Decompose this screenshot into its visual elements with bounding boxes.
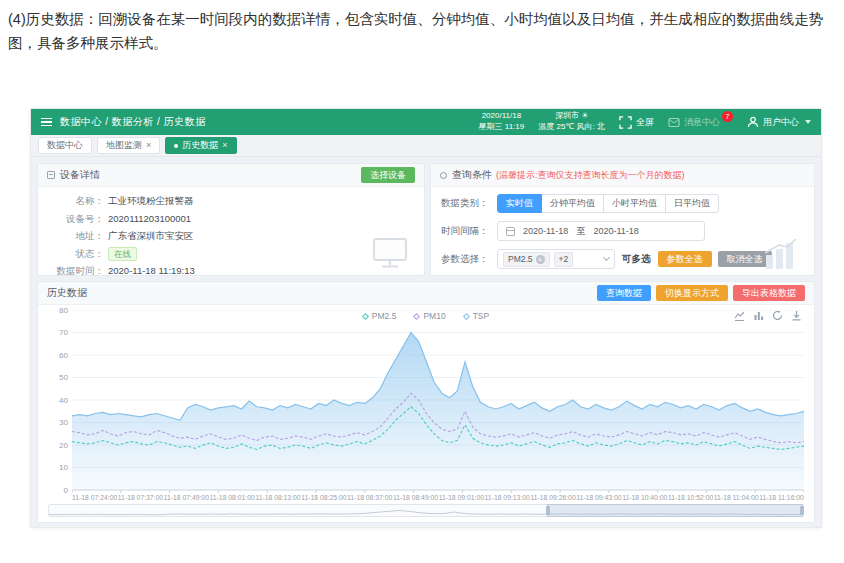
device-field-row: 设备号：2020111203100001 (46, 210, 416, 228)
message-icon (668, 117, 680, 128)
x-axis-label: 11-18 09:01:00 (439, 494, 484, 501)
y-axis-label: 0 (48, 486, 68, 495)
datazoom-slider[interactable] (48, 504, 804, 517)
query-panel-icon (440, 172, 447, 179)
menu-icon[interactable] (41, 118, 52, 127)
query-panel: 查询条件 (温馨提示:查询仅支持查询长度为一个月的数据) 数据类别： 实时值分钟… (430, 163, 815, 276)
tab-历史数据[interactable]: 历史数据× (165, 137, 236, 154)
multi-select-hint: 可多选 (622, 253, 651, 266)
date-text: 2020/11/18 (479, 111, 525, 122)
tab-close-icon[interactable]: × (146, 141, 151, 150)
x-axis-labels: 11-18 07:24:0011-18 07:37:0011-18 07:49:… (72, 494, 804, 501)
category-button-group: 实时值分钟平均值小时平均值日平均值 (497, 194, 719, 213)
device-field-label: 地址： (46, 227, 104, 245)
parameter-tag-label: PM2.5 (508, 253, 533, 266)
x-axis-label: 11-18 08:13:00 (255, 494, 300, 501)
x-axis-label: 11-18 09:13:00 (485, 494, 530, 501)
screenshot-root: (4)历史数据：回溯设备在某一时间段内的数据详情，包含实时值、分钟均值、小时均值… (0, 0, 844, 563)
export-table-button[interactable]: 导出表格数据 (733, 285, 805, 302)
device-fields: 名称：工业环境粉尘报警器设备号：2020111203100001地址：广东省深圳… (38, 187, 424, 276)
parameter-select[interactable]: PM2.5 × +2 (497, 249, 615, 269)
x-axis-label: 11-18 10:40:00 (622, 494, 667, 501)
user-icon (747, 116, 759, 128)
x-axis-label: 11-18 07:49:00 (164, 494, 209, 501)
tag-close-icon[interactable]: × (536, 255, 545, 264)
tab-close-icon[interactable]: × (222, 141, 227, 150)
device-field-label: 设备号： (46, 210, 104, 228)
category-分钟平均值[interactable]: 分钟平均值 (541, 194, 604, 213)
bar-chart-decor-icon (760, 237, 802, 271)
x-axis-label: 11-18 09:26:00 (530, 494, 575, 501)
y-axis-label: 70 (48, 328, 68, 337)
tab-label: 数据中心 (47, 139, 83, 152)
datazoom-right-handle[interactable] (800, 506, 804, 515)
x-axis-label: 11-18 08:49:00 (393, 494, 438, 501)
device-field-row: 状态：在线 (46, 245, 416, 263)
active-dot-icon (174, 144, 178, 148)
select-all-params-button[interactable]: 参数全选 (658, 251, 712, 268)
device-field-label: 状态： (46, 245, 104, 263)
weather-text: 温度 25℃ 风向: 北 (538, 122, 605, 133)
tab-bar: 数据中心地图监测×历史数据× (31, 135, 821, 157)
date-range-input[interactable]: 2020-11-18 至 2020-11-18 (497, 221, 705, 241)
device-field-value: 工业环境粉尘报警器 (108, 192, 194, 210)
user-center-button[interactable]: 用户中心 (747, 116, 811, 129)
history-panel-header: 历史数据 查询数据 切换显示方式 导出表格数据 (38, 282, 814, 305)
category-日平均值[interactable]: 日平均值 (665, 194, 719, 213)
datazoom-window[interactable] (547, 504, 803, 517)
query-data-button[interactable]: 查询数据 (597, 285, 651, 302)
calendar-icon (506, 227, 515, 236)
time-range-label: 时间间隔： (441, 225, 497, 238)
tab-label: 历史数据 (182, 139, 218, 152)
chart-area: 11-18 07:24:0011-18 07:37:0011-18 07:49:… (48, 306, 804, 502)
device-panel-header: 设备详情 选择设备 (38, 164, 424, 187)
caption-text: (4)历史数据：回溯设备在某一时间段内的数据详情，包含实时值、分钟均值、小时均值… (8, 8, 838, 56)
device-field-label: 数据时间： (46, 262, 104, 276)
device-panel-icon (47, 171, 55, 179)
date-end-value: 2020-11-18 (593, 226, 638, 236)
breadcrumb: 数据中心 / 数据分析 / 历史数据 (60, 115, 206, 129)
category-实时值[interactable]: 实时值 (497, 194, 542, 213)
device-field-row: 名称：工业环境粉尘报警器 (46, 192, 416, 210)
y-axis-label: 30 (48, 418, 68, 427)
select-device-button[interactable]: 选择设备 (361, 167, 415, 184)
chevron-down-icon (603, 254, 610, 261)
content-area: 设备详情 选择设备 名称：工业环境粉尘报警器设备号：20201112031000… (31, 157, 821, 527)
history-chart[interactable] (72, 310, 804, 495)
switch-display-button[interactable]: 切换显示方式 (656, 285, 728, 302)
device-panel: 设备详情 选择设备 名称：工业环境粉尘报警器设备号：20201112031000… (37, 163, 425, 276)
fullscreen-label: 全屏 (636, 116, 654, 129)
x-axis-label: 11-18 07:24:00 (72, 494, 117, 501)
device-field-value: 2020-11-18 11:19:13 (108, 262, 195, 276)
status-badge: 在线 (108, 247, 137, 261)
datetime-display: 2020/11/18 星期三 11:19 (479, 111, 525, 133)
history-panel-title: 历史数据 (47, 286, 87, 300)
x-axis-label: 11-18 08:01:00 (210, 494, 255, 501)
y-axis-label: 10 (48, 463, 68, 472)
device-field-value: 2020111203100001 (108, 210, 191, 228)
category-小时平均值[interactable]: 小时平均值 (603, 194, 666, 213)
x-axis-label: 11-18 09:43:00 (576, 494, 621, 501)
query-panel-title: 查询条件 (452, 168, 492, 182)
device-field-value: 在线 (108, 245, 137, 263)
date-start-value: 2020-11-18 (523, 226, 568, 236)
y-axis-label: 60 (48, 351, 68, 360)
message-center-label: 消息中心 (684, 116, 720, 129)
parameter-more-tag: +2 (554, 252, 574, 267)
history-panel: 历史数据 查询数据 切换显示方式 导出表格数据 PM2.5PM10TSP (37, 281, 815, 523)
parameter-tag: PM2.5 × (503, 252, 550, 267)
weather-display: 深圳市 ☀ 温度 25℃ 风向: 北 (538, 111, 605, 133)
tab-地图监测[interactable]: 地图监测× (97, 137, 160, 154)
x-axis-label: 11-18 11:04:00 (714, 494, 759, 501)
message-center-button[interactable]: 消息中心 (668, 116, 720, 129)
device-field-row: 数据时间：2020-11-18 11:19:13 (46, 262, 416, 276)
fullscreen-icon (619, 116, 632, 129)
y-axis-label: 50 (48, 373, 68, 382)
y-axis-label: 80 (48, 306, 68, 315)
x-axis-label: 11-18 08:25:00 (301, 494, 346, 501)
datazoom-left-handle[interactable] (546, 506, 550, 515)
tab-数据中心[interactable]: 数据中心 (38, 137, 92, 154)
chevron-down-icon (805, 120, 811, 124)
weekday-time-text: 星期三 11:19 (479, 122, 525, 133)
fullscreen-button[interactable]: 全屏 (619, 116, 654, 129)
